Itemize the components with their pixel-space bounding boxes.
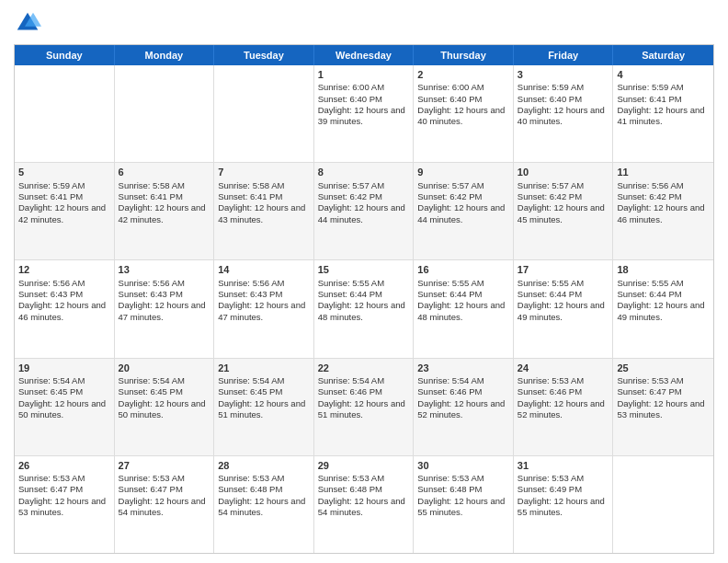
calendar-day: 14Sunrise: 5:56 AMSunset: 6:43 PMDayligh… — [214, 260, 314, 357]
day-number: 26 — [18, 459, 110, 472]
daylight-text: Daylight: 12 hours and 46 minutes. — [18, 300, 110, 323]
sunset-text: Sunset: 6:43 PM — [218, 289, 310, 300]
day-number: 5 — [18, 166, 110, 178]
day-number: 24 — [518, 362, 609, 374]
daylight-text: Daylight: 12 hours and 40 minutes. — [417, 105, 509, 128]
daylight-text: Daylight: 12 hours and 49 minutes. — [518, 300, 609, 323]
sunrise-text: Sunrise: 5:54 AM — [18, 375, 110, 386]
sunset-text: Sunset: 6:49 PM — [518, 484, 609, 495]
sunrise-text: Sunrise: 5:57 AM — [518, 180, 609, 191]
calendar-empty-cell — [613, 456, 713, 553]
calendar-day: 15Sunrise: 5:55 AMSunset: 6:44 PMDayligh… — [314, 260, 415, 357]
sunset-text: Sunset: 6:41 PM — [617, 94, 710, 105]
weekday-header: Tuesday — [214, 45, 314, 65]
sunset-text: Sunset: 6:40 PM — [318, 94, 410, 105]
sunrise-text: Sunrise: 5:56 AM — [617, 180, 710, 191]
calendar-day: 27Sunrise: 5:53 AMSunset: 6:47 PMDayligh… — [115, 456, 215, 553]
day-number: 18 — [617, 263, 710, 276]
calendar-row: 5Sunrise: 5:59 AMSunset: 6:41 PMDaylight… — [15, 163, 713, 260]
calendar-day: 26Sunrise: 5:53 AMSunset: 6:47 PMDayligh… — [15, 456, 115, 553]
day-number: 10 — [518, 166, 609, 178]
calendar-day: 20Sunrise: 5:54 AMSunset: 6:45 PMDayligh… — [115, 359, 215, 455]
sunrise-text: Sunrise: 5:59 AM — [18, 180, 110, 191]
day-number: 30 — [417, 459, 509, 472]
daylight-text: Daylight: 12 hours and 54 minutes. — [218, 496, 310, 519]
calendar-row: 26Sunrise: 5:53 AMSunset: 6:47 PMDayligh… — [15, 456, 713, 553]
calendar-empty-cell — [115, 65, 215, 162]
calendar-empty-cell — [15, 65, 115, 162]
day-number: 23 — [417, 362, 509, 374]
sunrise-text: Sunrise: 5:54 AM — [417, 375, 509, 386]
calendar-day: 23Sunrise: 5:54 AMSunset: 6:46 PMDayligh… — [414, 359, 514, 455]
sunset-text: Sunset: 6:42 PM — [417, 191, 509, 202]
sunrise-text: Sunrise: 5:53 AM — [119, 473, 210, 484]
sunrise-text: Sunrise: 5:53 AM — [617, 375, 710, 386]
day-number: 3 — [518, 68, 609, 81]
daylight-text: Daylight: 12 hours and 50 minutes. — [18, 398, 110, 421]
calendar-day: 31Sunrise: 5:53 AMSunset: 6:49 PMDayligh… — [514, 456, 614, 553]
daylight-text: Daylight: 12 hours and 44 minutes. — [318, 202, 410, 225]
sunrise-text: Sunrise: 5:59 AM — [617, 82, 710, 93]
sunrise-text: Sunrise: 5:59 AM — [518, 82, 609, 93]
daylight-text: Daylight: 12 hours and 49 minutes. — [617, 300, 710, 323]
weekday-header: Friday — [514, 45, 614, 65]
daylight-text: Daylight: 12 hours and 44 minutes. — [417, 202, 509, 225]
sunrise-text: Sunrise: 5:53 AM — [318, 473, 410, 484]
day-number: 28 — [218, 459, 310, 472]
weekday-header: Sunday — [15, 45, 115, 65]
sunset-text: Sunset: 6:41 PM — [218, 191, 310, 202]
sunrise-text: Sunrise: 5:55 AM — [518, 278, 609, 289]
daylight-text: Daylight: 12 hours and 52 minutes. — [417, 398, 509, 421]
calendar-day: 10Sunrise: 5:57 AMSunset: 6:42 PMDayligh… — [514, 163, 614, 259]
day-number: 15 — [318, 263, 410, 276]
daylight-text: Daylight: 12 hours and 52 minutes. — [518, 398, 609, 421]
sunset-text: Sunset: 6:43 PM — [119, 289, 210, 300]
calendar-day: 25Sunrise: 5:53 AMSunset: 6:47 PMDayligh… — [613, 359, 713, 455]
day-number: 31 — [518, 459, 609, 472]
calendar-day: 24Sunrise: 5:53 AMSunset: 6:46 PMDayligh… — [514, 359, 614, 455]
sunrise-text: Sunrise: 5:57 AM — [318, 180, 410, 191]
sunset-text: Sunset: 6:42 PM — [617, 191, 710, 202]
daylight-text: Daylight: 12 hours and 48 minutes. — [318, 300, 410, 323]
calendar-day: 2Sunrise: 6:00 AMSunset: 6:40 PMDaylight… — [414, 65, 514, 162]
sunrise-text: Sunrise: 5:55 AM — [318, 278, 410, 289]
day-number: 27 — [119, 459, 210, 472]
sunrise-text: Sunrise: 5:53 AM — [518, 473, 609, 484]
calendar-day: 11Sunrise: 5:56 AMSunset: 6:42 PMDayligh… — [613, 163, 713, 259]
sunrise-text: Sunrise: 5:55 AM — [617, 278, 710, 289]
sunset-text: Sunset: 6:47 PM — [18, 484, 110, 495]
day-number: 11 — [617, 166, 710, 178]
sunset-text: Sunset: 6:45 PM — [119, 386, 210, 397]
daylight-text: Daylight: 12 hours and 41 minutes. — [617, 105, 710, 128]
calendar-day: 30Sunrise: 5:53 AMSunset: 6:48 PMDayligh… — [414, 456, 514, 553]
sunrise-text: Sunrise: 5:58 AM — [119, 180, 210, 191]
calendar-day: 3Sunrise: 5:59 AMSunset: 6:40 PMDaylight… — [514, 65, 614, 162]
day-number: 8 — [318, 166, 410, 178]
daylight-text: Daylight: 12 hours and 51 minutes. — [218, 398, 310, 421]
sunset-text: Sunset: 6:45 PM — [18, 386, 110, 397]
daylight-text: Daylight: 12 hours and 55 minutes. — [417, 496, 509, 519]
day-number: 25 — [617, 362, 710, 374]
calendar-day: 28Sunrise: 5:53 AMSunset: 6:48 PMDayligh… — [214, 456, 314, 553]
calendar-day: 17Sunrise: 5:55 AMSunset: 6:44 PMDayligh… — [514, 260, 614, 357]
weekday-header: Saturday — [613, 45, 713, 65]
day-number: 4 — [617, 68, 710, 81]
sunrise-text: Sunrise: 6:00 AM — [318, 82, 410, 93]
daylight-text: Daylight: 12 hours and 42 minutes. — [119, 202, 210, 225]
day-number: 20 — [119, 362, 210, 374]
daylight-text: Daylight: 12 hours and 54 minutes. — [318, 496, 410, 519]
calendar-day: 1Sunrise: 6:00 AMSunset: 6:40 PMDaylight… — [314, 65, 415, 162]
sunset-text: Sunset: 6:43 PM — [18, 289, 110, 300]
calendar-day: 19Sunrise: 5:54 AMSunset: 6:45 PMDayligh… — [15, 359, 115, 455]
day-number: 12 — [18, 263, 110, 276]
sunrise-text: Sunrise: 5:53 AM — [518, 375, 609, 386]
daylight-text: Daylight: 12 hours and 39 minutes. — [318, 105, 410, 128]
calendar-header: SundayMondayTuesdayWednesdayThursdayFrid… — [15, 45, 713, 65]
sunset-text: Sunset: 6:47 PM — [617, 386, 710, 397]
sunrise-text: Sunrise: 5:56 AM — [119, 278, 210, 289]
calendar-day: 22Sunrise: 5:54 AMSunset: 6:46 PMDayligh… — [314, 359, 415, 455]
weekday-header: Wednesday — [314, 45, 415, 65]
sunset-text: Sunset: 6:42 PM — [318, 191, 410, 202]
day-number: 9 — [417, 166, 509, 178]
sunset-text: Sunset: 6:45 PM — [218, 386, 310, 397]
